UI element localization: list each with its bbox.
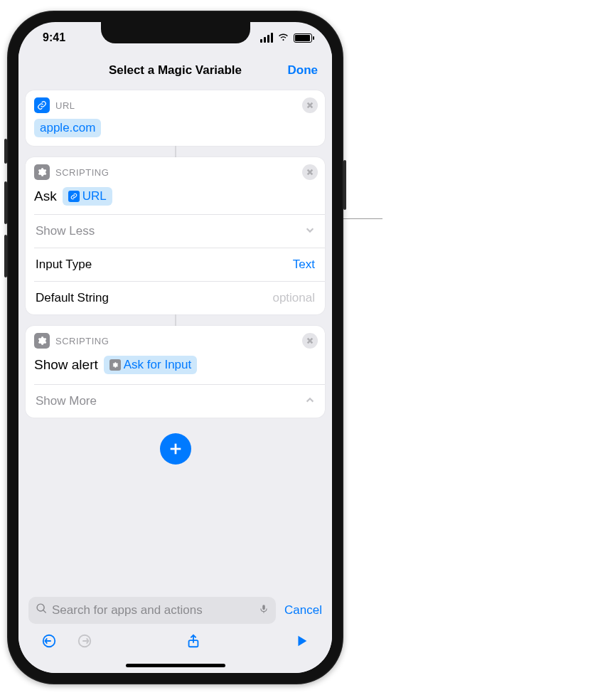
search-icon <box>36 603 48 618</box>
chevron-down-icon <box>305 224 315 238</box>
row-value: Text <box>293 258 315 272</box>
card-category: SCRIPTING <box>55 167 109 178</box>
link-icon <box>68 191 80 202</box>
content-area: URL apple.com SCRIPTING <box>18 88 332 590</box>
gear-icon <box>34 164 50 180</box>
wifi-icon <box>277 31 289 46</box>
close-icon[interactable] <box>302 97 318 113</box>
close-icon[interactable] <box>302 333 318 349</box>
microphone-icon[interactable] <box>259 603 269 619</box>
chevron-up-icon <box>305 394 315 408</box>
card-category: URL <box>55 100 75 111</box>
default-string-row[interactable]: Default String optional <box>26 282 325 314</box>
search-input[interactable]: Search for apps and actions <box>28 597 276 624</box>
add-action-button[interactable] <box>160 433 191 465</box>
undo-button[interactable] <box>41 633 57 652</box>
ask-action-card[interactable]: SCRIPTING Ask URL Show Le <box>26 157 325 314</box>
show-more-row[interactable]: Show More <box>26 385 325 418</box>
gear-icon <box>109 359 121 371</box>
input-type-row[interactable]: Input Type Text <box>26 248 325 281</box>
action-label: Show alert <box>34 357 98 373</box>
show-less-row[interactable]: Show Less <box>26 215 325 248</box>
nav-title: Select a Magic Variable <box>109 63 242 78</box>
row-label: Default String <box>36 291 109 305</box>
bottom-toolbar <box>28 624 322 661</box>
url-variable-token[interactable]: URL <box>63 187 112 206</box>
home-indicator[interactable] <box>126 664 225 667</box>
gear-icon <box>34 333 50 349</box>
ask-input-variable-token[interactable]: Ask for Input <box>104 356 197 374</box>
share-button[interactable] <box>186 633 201 652</box>
action-label: Ask <box>34 189 57 204</box>
link-icon <box>34 97 50 113</box>
close-icon[interactable] <box>302 164 318 180</box>
connector-line <box>175 314 176 326</box>
play-button[interactable] <box>294 633 309 652</box>
battery-icon <box>294 33 312 43</box>
card-category: SCRIPTING <box>55 336 109 346</box>
url-action-card[interactable]: URL apple.com <box>26 90 325 146</box>
notch <box>101 22 250 43</box>
cancel-button[interactable]: Cancel <box>284 603 322 617</box>
alert-action-card[interactable]: SCRIPTING Show alert Ask for Input <box>26 326 325 418</box>
screen: 9:41 Select a Magic Variable Done UR <box>18 22 332 673</box>
done-button[interactable]: Done <box>288 63 318 78</box>
row-placeholder: optional <box>272 291 315 305</box>
device-frame: 9:41 Select a Magic Variable Done UR <box>7 11 343 684</box>
row-label: Input Type <box>36 258 92 272</box>
status-time: 9:41 <box>43 31 65 44</box>
connector-line <box>175 146 176 157</box>
search-placeholder: Search for apps and actions <box>52 603 255 617</box>
url-token[interactable]: apple.com <box>34 119 101 137</box>
signal-icon <box>260 33 273 43</box>
nav-bar: Select a Magic Variable Done <box>18 53 332 88</box>
redo-button <box>77 633 92 652</box>
